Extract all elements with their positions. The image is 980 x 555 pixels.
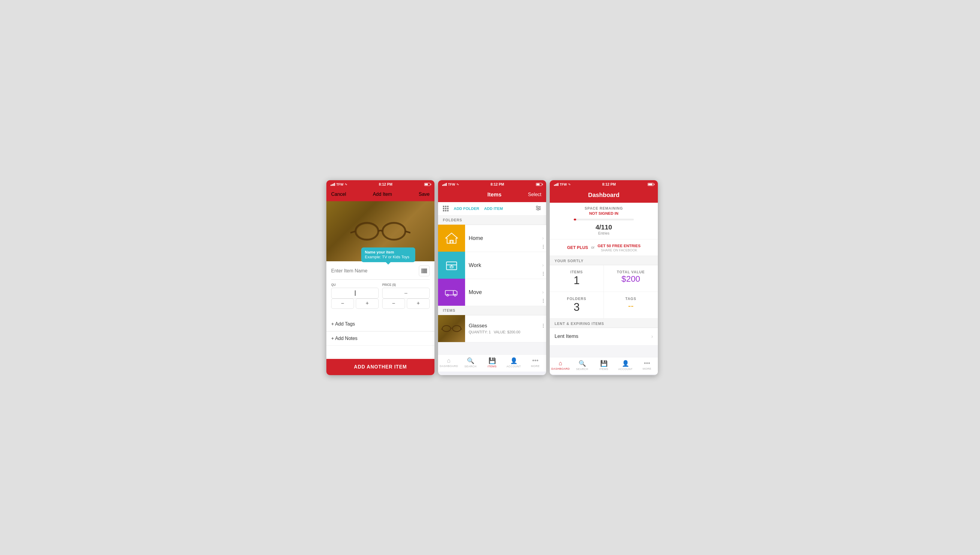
get-free-entries[interactable]: GET 50 FREE ENTRIES SHARE ON FACEBOOK — [597, 243, 641, 252]
save-button[interactable]: Save — [419, 192, 430, 197]
filter-icon[interactable] — [535, 205, 541, 212]
signal-icon-3 — [554, 183, 559, 186]
folders-stat-value: 3 — [554, 301, 599, 314]
nav-more-label-2: MORE — [531, 364, 540, 367]
folder-work-name: Work — [465, 262, 542, 268]
items-nav-icon-3: 💾 — [600, 360, 608, 367]
account-nav-icon-3: 👤 — [622, 360, 629, 367]
not-signed-in: NOT SIGNED IN — [554, 211, 653, 216]
svg-rect-23 — [450, 266, 453, 268]
entries-label: Entries — [554, 231, 653, 236]
quantity-label: QU — [331, 283, 379, 287]
nav-items-label-2: ITEMS — [488, 365, 496, 368]
folder-home-name: Home — [465, 235, 542, 241]
folder-move-menu[interactable] — [543, 299, 544, 303]
glasses-thumbnail — [438, 315, 465, 342]
price-decrement[interactable]: − — [382, 298, 405, 309]
svg-rect-6 — [421, 268, 422, 273]
nav-items-2[interactable]: 💾 ITEMS — [481, 357, 503, 368]
work-icon — [444, 258, 459, 273]
folders-stat-label: FOLDERS — [554, 297, 599, 301]
cancel-button[interactable]: Cancel — [331, 192, 346, 197]
svg-rect-8 — [423, 268, 424, 273]
item-name-input[interactable] — [331, 268, 419, 274]
time-3: 8:12 PM — [602, 182, 616, 186]
quantity-increment[interactable]: + — [356, 298, 379, 309]
quantity-decrement[interactable]: − — [331, 298, 354, 309]
signal-icon-1 — [331, 183, 335, 186]
add-item-button[interactable]: ADD ITEM — [484, 206, 503, 211]
search-nav-icon-2: 🔍 — [467, 357, 474, 364]
wifi-icon-1: ∿ — [345, 183, 347, 186]
qty-price-row: QU − + PRICE ($) -- — [331, 283, 430, 309]
status-bar-2: TFW ∿ 8:12 PM — [438, 180, 546, 189]
total-value-value: $200 — [608, 274, 653, 284]
upgrade-or: or — [591, 245, 595, 250]
svg-point-28 — [453, 326, 461, 332]
nav-search-2[interactable]: 🔍 SEARCH — [460, 357, 481, 368]
add-item-header: Cancel Add Item Save — [327, 189, 434, 201]
price-section: PRICE ($) -- − + — [382, 283, 430, 309]
carrier-1: TFW — [336, 183, 343, 186]
add-folder-button[interactable]: ADD FOLDER — [454, 206, 479, 211]
items-stat-value: 1 — [554, 274, 599, 287]
barcode-button[interactable] — [419, 265, 430, 276]
tags-stat-label: TAGS — [608, 297, 653, 301]
dashboard-title: Dashboard — [588, 192, 620, 198]
svg-point-27 — [442, 326, 451, 332]
time-2: 8:12 PM — [491, 182, 504, 186]
nav-search-3[interactable]: 🔍 SEARCH — [572, 360, 593, 371]
nav-dashboard-2[interactable]: ⌂ DASHBOARD — [438, 357, 460, 368]
svg-point-16 — [536, 206, 538, 207]
add-another-item-button[interactable]: ADD ANOTHER ITEM — [327, 359, 434, 375]
total-value-label: TOTAL VALUE — [608, 270, 653, 274]
select-button[interactable]: Select — [528, 192, 541, 197]
nav-more-2[interactable]: ••• MORE — [525, 357, 546, 368]
folder-work[interactable]: Work › — [438, 252, 546, 279]
nav-more-3[interactable]: ••• MORE — [636, 360, 658, 371]
bottom-nav-3: ⌂ DASHBOARD 🔍 SEARCH 💾 ITEMS 👤 ACCOUNT •… — [550, 357, 658, 374]
add-notes-button[interactable]: + Add Notes — [327, 332, 434, 346]
folder-home-menu[interactable] — [543, 245, 544, 249]
price-stepper: − + — [382, 298, 430, 309]
carrier-2: TFW — [448, 183, 455, 186]
nav-search-label-3: SEARCH — [576, 367, 588, 371]
glasses-image — [351, 219, 410, 243]
dashboard-header: Dashboard — [550, 189, 658, 203]
folder-home-thumb — [438, 225, 465, 252]
status-bar-1: TFW ∿ 8:12 PM — [327, 180, 434, 189]
move-icon — [444, 285, 459, 300]
svg-point-18 — [538, 209, 539, 210]
folder-move[interactable]: Move › — [438, 279, 546, 306]
items-header: Items Select — [438, 189, 546, 202]
nav-account-label-2: ACCOUNT — [506, 365, 521, 368]
svg-rect-10 — [424, 268, 426, 273]
quantity-stepper: − + — [331, 298, 379, 309]
quantity-section: QU − + — [331, 283, 379, 309]
price-value[interactable]: -- — [382, 288, 430, 298]
folder-work-menu[interactable] — [543, 272, 544, 276]
nav-items-3[interactable]: 💾 ITEMS — [593, 360, 615, 371]
add-tags-button[interactable]: + Add Tags — [327, 317, 434, 331]
nav-dashboard-3[interactable]: ⌂ DASHBOARD — [550, 360, 572, 371]
item-glasses-menu[interactable] — [543, 324, 544, 328]
quantity-value[interactable] — [331, 288, 379, 298]
home-nav-icon: ⌂ — [447, 357, 451, 364]
folders-stat: FOLDERS 3 — [550, 292, 604, 318]
lent-items-row[interactable]: Lent Items › — [550, 328, 658, 345]
account-nav-icon-2: 👤 — [510, 357, 517, 364]
time-1: 8:12 PM — [379, 182, 392, 186]
signal-icon-2 — [442, 183, 447, 186]
get-plus-button[interactable]: GET PLUS — [567, 245, 588, 250]
grid-view-icon[interactable] — [443, 206, 449, 212]
nav-account-2[interactable]: 👤 ACCOUNT — [503, 357, 525, 368]
folder-move-name: Move — [465, 289, 542, 295]
price-increment[interactable]: + — [407, 298, 430, 309]
glasses-info: Glasses QUANTITY: 1 VALUE: $200.00 — [465, 323, 545, 334]
svg-point-3 — [384, 225, 404, 238]
screen-dashboard: TFW ∿ 8:12 PM Dashboard SPACE REMAINING … — [550, 180, 658, 375]
nav-account-3[interactable]: 👤 ACCOUNT — [615, 360, 636, 371]
upgrade-row: GET PLUS or GET 50 FREE ENTRIES SHARE ON… — [550, 239, 658, 256]
folder-home[interactable]: Home › — [438, 225, 546, 252]
item-glasses[interactable]: Glasses QUANTITY: 1 VALUE: $200.00 — [438, 315, 546, 342]
